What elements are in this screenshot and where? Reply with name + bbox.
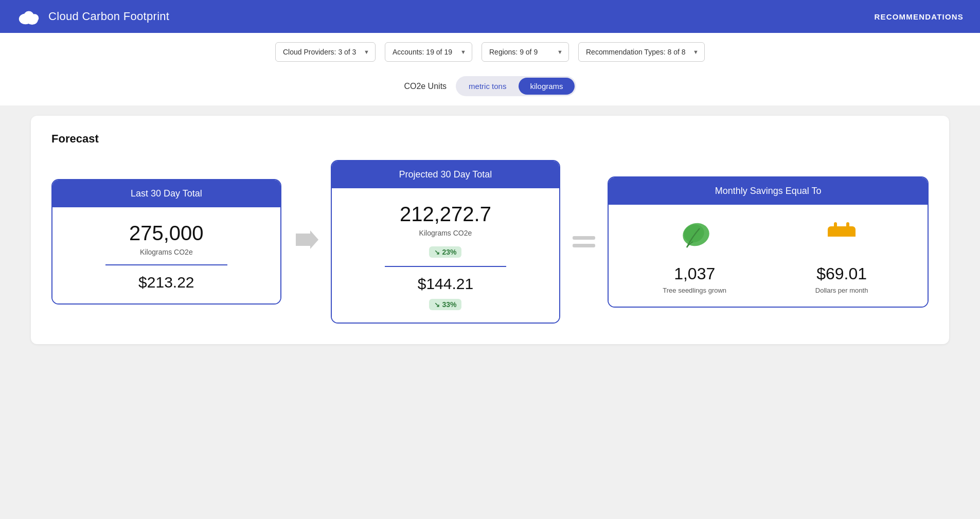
savings-money-item: $69.01 Dollars per month	[768, 219, 915, 294]
regions-wrapper: Regions: 9 of 9	[482, 42, 569, 62]
last-30-card: Last 30 Day Total 275,000 Kilograms CO2e…	[51, 179, 281, 305]
metric-tons-button[interactable]: metric tons	[457, 78, 518, 95]
projected-30-header: Projected 30 Day Total	[332, 161, 560, 188]
recommendations-link[interactable]: RECOMMENDATIONS	[874, 12, 964, 21]
units-section: CO2e Units metric tons kilograms	[0, 71, 980, 105]
projected-30-secondary-value: $144.21	[344, 275, 547, 293]
cards-row: Last 30 Day Total 275,000 Kilograms CO2e…	[51, 160, 929, 324]
savings-money-value: $69.01	[768, 264, 915, 283]
savings-body: 1,037 Tree seedlings grown	[609, 205, 928, 307]
projected-trend1-badge: ↘ 23%	[429, 246, 461, 258]
equals-bar-top	[573, 236, 595, 240]
last-30-header: Last 30 Day Total	[52, 180, 280, 207]
accounts-select[interactable]: Accounts: 19 of 19	[385, 42, 472, 62]
last-30-secondary-value: $213.22	[65, 274, 268, 291]
cloud-providers-wrapper: Cloud Providers: 3 of 3	[275, 42, 376, 62]
app-title: Cloud Carbon Footprint	[48, 10, 169, 23]
arrow-right-icon	[294, 228, 318, 256]
trend1-arrow-icon: ↘	[434, 248, 440, 256]
recommendation-types-select[interactable]: Recommendation Types: 8 of 8	[578, 42, 705, 62]
recommendation-types-wrapper: Recommendation Types: 8 of 8	[578, 42, 705, 62]
last-30-main-value: 275,000	[65, 222, 268, 245]
projected-30-divider	[385, 266, 507, 267]
calendar-icon	[824, 219, 860, 255]
regions-select[interactable]: Regions: 9 of 9	[482, 42, 569, 62]
app-header: Cloud Carbon Footprint RECOMMENDATIONS	[0, 0, 980, 33]
units-toggle: metric tons kilograms	[456, 76, 576, 96]
leaf-icon	[676, 219, 712, 255]
projected-30-main-value: 212,272.7	[344, 203, 547, 226]
forecast-title: Forecast	[51, 132, 929, 146]
cloud-providers-select[interactable]: Cloud Providers: 3 of 3	[275, 42, 376, 62]
savings-money-desc: Dollars per month	[768, 287, 915, 294]
projected-trend2-badge: ↘ 33%	[429, 299, 461, 310]
trend2-arrow-icon: ↘	[434, 301, 440, 309]
main-content: Forecast Last 30 Day Total 275,000 Kilog…	[0, 105, 980, 354]
savings-tree-desc: Tree seedlings grown	[621, 287, 768, 294]
svg-point-3	[30, 14, 39, 22]
savings-card: Monthly Savings Equal To 1,037 Tree seed…	[608, 176, 929, 308]
last-30-unit: Kilograms CO2e	[65, 248, 268, 256]
forecast-section: Forecast Last 30 Day Total 275,000 Kilog…	[31, 116, 949, 344]
header-left: Cloud Carbon Footprint	[16, 7, 169, 26]
savings-tree-value: 1,037	[621, 264, 768, 283]
trend2-value: 33%	[442, 300, 456, 309]
svg-rect-11	[846, 222, 849, 230]
last-30-body: 275,000 Kilograms CO2e $213.22	[52, 207, 280, 303]
svg-rect-9	[828, 231, 856, 237]
projected-30-unit: Kilograms CO2e	[344, 229, 547, 237]
cloud-icon	[16, 7, 41, 26]
savings-tree-item: 1,037 Tree seedlings grown	[621, 219, 768, 294]
last-30-divider	[105, 264, 227, 265]
units-label: CO2e Units	[404, 82, 447, 91]
filters-bar: Cloud Providers: 3 of 3 Accounts: 19 of …	[0, 33, 980, 71]
equals-icon	[573, 236, 595, 247]
trend1-value: 23%	[442, 248, 456, 256]
projected-30-body: 212,272.7 Kilograms CO2e ↘ 23% $144.21 ↘…	[332, 188, 560, 323]
kilograms-button[interactable]: kilograms	[519, 78, 574, 95]
svg-rect-12	[831, 240, 852, 248]
projected-30-card: Projected 30 Day Total 212,272.7 Kilogra…	[331, 160, 561, 324]
equals-bar-bottom	[573, 244, 595, 247]
accounts-wrapper: Accounts: 19 of 19	[385, 42, 472, 62]
svg-rect-10	[834, 222, 837, 230]
svg-marker-4	[296, 230, 318, 249]
savings-header: Monthly Savings Equal To	[609, 177, 928, 205]
